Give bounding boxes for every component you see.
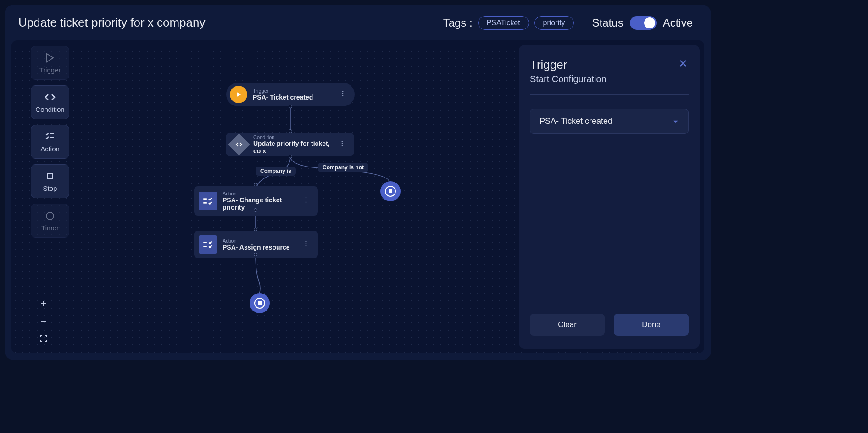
node-text: Condition Update priority for ticket, co… — [253, 134, 337, 155]
more-vertical-icon — [339, 140, 346, 147]
svg-point-22 — [306, 200, 307, 201]
node-title: PSA- Change ticket priority — [223, 196, 300, 211]
svg-marker-31 — [673, 120, 678, 123]
branch-label-left: Company is — [256, 167, 296, 176]
tag-pill-1[interactable]: priority — [534, 16, 574, 30]
connector-curve — [255, 255, 264, 294]
node-type: Action — [223, 238, 300, 244]
condition-node[interactable]: Condition Update priority for ticket, co… — [226, 133, 354, 156]
node-title: PSA- Assign resource — [223, 244, 300, 251]
node-type: Condition — [253, 134, 337, 140]
stop-square-icon — [258, 301, 262, 305]
close-button[interactable] — [678, 58, 689, 71]
svg-point-23 — [306, 201, 307, 203]
node-text: Action PSA- Assign resource — [223, 238, 300, 251]
node-title: Update priority for ticket, co x — [253, 140, 337, 155]
clear-button[interactable]: Clear — [530, 314, 605, 336]
node-text: Action PSA- Change ticket priority — [223, 191, 300, 211]
panel-subtitle: Start Configuration — [530, 74, 606, 84]
svg-point-14 — [342, 93, 344, 94]
stop-inner — [385, 186, 396, 197]
panel-footer: Clear Done — [530, 314, 689, 336]
svg-point-26 — [306, 241, 307, 242]
checklist-icon — [202, 195, 214, 207]
svg-point-16 — [342, 141, 343, 142]
chevron-down-icon — [673, 118, 679, 125]
node-menu-button[interactable] — [337, 88, 348, 101]
svg-point-28 — [306, 245, 307, 246]
play-icon — [235, 91, 242, 98]
port — [289, 155, 292, 158]
trigger-dropdown[interactable]: PSA- Ticket created — [530, 109, 689, 134]
svg-point-13 — [342, 91, 344, 92]
svg-point-17 — [342, 143, 343, 144]
more-vertical-icon — [302, 240, 310, 247]
panel-header: Trigger Start Configuration — [530, 58, 689, 84]
status-value: Active — [663, 17, 693, 29]
toggle-knob — [644, 17, 655, 28]
stop-inner — [254, 298, 265, 309]
checklist-icon — [202, 239, 214, 250]
action-icon-box — [199, 235, 217, 254]
status-toggle[interactable] — [630, 16, 657, 30]
svg-point-15 — [342, 95, 344, 96]
canvas[interactable]: Trigger Condition Action Stop Timer — [11, 40, 704, 353]
header: Update ticket priority for x company Tag… — [5, 5, 711, 38]
node-type: Trigger — [253, 88, 337, 94]
stop-node-2[interactable] — [250, 293, 270, 313]
tags-label: Tags : — [443, 17, 473, 29]
done-button[interactable]: Done — [614, 314, 689, 336]
node-text: Trigger PSA- Ticket created — [253, 88, 337, 101]
branch-label-right: Company is not — [318, 163, 368, 172]
tag-pill-0[interactable]: PSATicket — [478, 16, 529, 30]
node-type: Action — [223, 191, 300, 196]
svg-point-21 — [306, 197, 307, 199]
stop-square-icon — [389, 189, 392, 193]
tags-section: Tags : PSATicket priority — [443, 16, 574, 30]
node-menu-button[interactable] — [300, 194, 312, 207]
port — [289, 105, 292, 108]
code-icon — [235, 141, 243, 148]
trigger-node[interactable]: Trigger PSA- Ticket created — [226, 83, 355, 106]
node-title: PSA- Ticket created — [253, 94, 337, 101]
panel-title: Trigger — [530, 58, 606, 72]
config-panel: Trigger Start Configuration PSA- Ticket … — [519, 45, 700, 349]
condition-diamond — [228, 133, 250, 155]
svg-point-27 — [306, 243, 307, 244]
action-icon-box — [199, 192, 217, 210]
close-icon — [678, 58, 689, 69]
page-title: Update ticket priority for x company — [18, 16, 443, 30]
stop-node-1[interactable] — [380, 181, 401, 201]
port — [254, 208, 257, 212]
status-label: Status — [592, 17, 623, 29]
svg-point-18 — [342, 145, 343, 146]
more-vertical-icon — [339, 90, 346, 97]
trigger-play-circle — [230, 86, 247, 103]
workflow-editor: Update ticket priority for x company Tag… — [5, 5, 711, 360]
node-menu-button[interactable] — [300, 238, 312, 251]
more-vertical-icon — [302, 196, 310, 204]
node-menu-button[interactable] — [337, 138, 348, 151]
status-section: Status Active — [592, 16, 693, 30]
dropdown-value: PSA- Ticket created — [540, 117, 612, 126]
svg-marker-12 — [237, 92, 241, 97]
port — [254, 253, 257, 256]
divider — [530, 94, 689, 95]
